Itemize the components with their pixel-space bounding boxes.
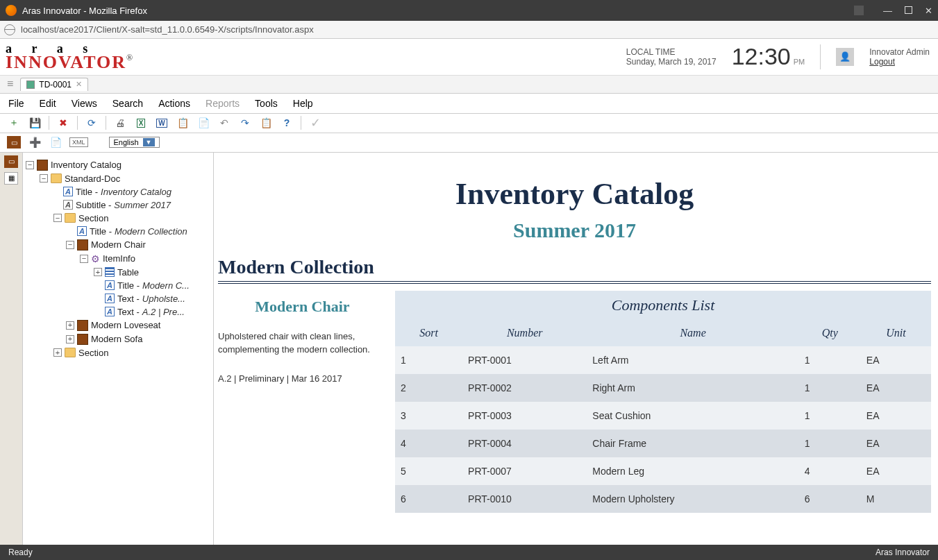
- cell-sort: 5: [395, 457, 462, 485]
- expand-icon[interactable]: −: [40, 174, 48, 183]
- avatar-icon: 👤: [836, 48, 854, 66]
- menu-search[interactable]: Search: [112, 98, 143, 109]
- expand-icon[interactable]: +: [53, 348, 62, 357]
- table-row: 3PRT-0003Seat Cushion1EA: [395, 402, 931, 430]
- menu-edit[interactable]: Edit: [40, 98, 56, 109]
- tree-table[interactable]: Table: [117, 267, 139, 278]
- window-title: Aras Innovator - Mozilla Firefox: [22, 6, 854, 16]
- expand-icon[interactable]: +: [66, 335, 74, 343]
- menu-help[interactable]: Help: [293, 98, 313, 109]
- left-gutter: ▭ ▦: [0, 153, 23, 545]
- tab-td-0001[interactable]: TD-0001 ✕: [20, 78, 88, 91]
- expand-icon[interactable]: −: [80, 255, 88, 263]
- text-icon: A: [63, 200, 73, 210]
- cell-sort: 2: [395, 374, 462, 402]
- clock: 12:30 PM: [732, 43, 805, 70]
- gutter-view-button[interactable]: ▭: [4, 155, 18, 168]
- expand-icon[interactable]: −: [53, 214, 62, 222]
- minimize-button[interactable]: —: [883, 6, 892, 16]
- globe-icon: [4, 24, 15, 35]
- tree-subtitle-label[interactable]: Subtitle -: [76, 200, 111, 210]
- text-icon: A: [77, 226, 87, 236]
- menu-file[interactable]: File: [8, 98, 24, 109]
- clock-ampm: PM: [794, 58, 805, 66]
- table-row: 5PRT-0007Modern Leg4EA: [395, 457, 931, 485]
- menu-actions[interactable]: Actions: [158, 98, 190, 109]
- print-button[interactable]: 🖨: [113, 116, 127, 130]
- item-description: Upholstered chair with clean lines, comp…: [218, 330, 387, 357]
- status-bar: Ready Aras Innovator: [0, 545, 938, 560]
- add-item-button[interactable]: ➕: [28, 135, 42, 149]
- delete-button[interactable]: ✖: [56, 116, 70, 130]
- redo-button[interactable]: ↷: [238, 116, 252, 130]
- tree-modern-loveseat[interactable]: Modern Loveseat: [91, 320, 160, 330]
- col-number: Number: [462, 320, 587, 346]
- table-row: 6PRT-0010Modern Upholstery6M: [395, 485, 931, 513]
- new-button[interactable]: ＋: [7, 116, 21, 130]
- local-time-block: LOCAL TIME Sunday, March 19, 2017: [626, 47, 717, 67]
- status-right: Aras Innovator: [876, 548, 930, 557]
- expand-icon[interactable]: −: [26, 161, 34, 169]
- refresh-button[interactable]: ⟳: [85, 116, 99, 130]
- cell-unit: EA: [861, 374, 931, 402]
- gutter-tree-button[interactable]: ▦: [4, 172, 18, 185]
- help-button[interactable]: ?: [280, 116, 294, 130]
- user-name: Innovator Admin: [869, 47, 930, 57]
- table-title: Components List: [395, 291, 931, 320]
- done-button[interactable]: ✓: [308, 116, 322, 130]
- cell-number: PRT-0007: [462, 457, 587, 485]
- local-time-label: LOCAL TIME: [626, 47, 717, 57]
- export-excel-button[interactable]: X: [134, 116, 148, 130]
- tree-s1title-label[interactable]: Title -: [90, 226, 112, 237]
- tree-standard-doc[interactable]: Standard-Doc: [65, 173, 120, 184]
- tree-section2[interactable]: Section: [78, 348, 108, 358]
- restore-indicator-icon: [854, 6, 864, 15]
- tabs-menu-button[interactable]: ≡: [4, 78, 16, 90]
- promote-button[interactable]: 📋: [176, 116, 190, 130]
- xml-button[interactable]: XML: [69, 137, 88, 147]
- expand-icon[interactable]: −: [66, 241, 74, 249]
- page-button[interactable]: 📄: [49, 135, 62, 149]
- language-select[interactable]: English ▼: [109, 137, 160, 148]
- copy-button[interactable]: 📄: [196, 116, 210, 130]
- undo-button[interactable]: ↶: [217, 116, 231, 130]
- tree-title-label[interactable]: Title -: [76, 187, 98, 197]
- tree-modern-chair[interactable]: Modern Chair: [91, 239, 146, 250]
- item-icon: [77, 334, 88, 345]
- cell-name: Modern Upholstery: [587, 485, 799, 513]
- lock-button[interactable]: 📋: [259, 116, 273, 130]
- local-time-date: Sunday, March 19, 2017: [626, 57, 717, 67]
- tree-iteminfo[interactable]: ItemInfo: [103, 253, 135, 264]
- cell-qty: 4: [799, 457, 861, 485]
- dropdown-icon: ▼: [143, 138, 155, 146]
- url-input[interactable]: [21, 24, 437, 35]
- col-qty: Qty: [799, 320, 861, 346]
- cell-sort: 1: [395, 346, 462, 374]
- expand-icon[interactable]: +: [94, 268, 102, 276]
- logout-link[interactable]: Logout: [869, 57, 895, 67]
- close-tab-icon[interactable]: ✕: [76, 80, 82, 89]
- expand-icon[interactable]: +: [66, 321, 74, 330]
- cell-qty: 1: [799, 346, 861, 374]
- menu-views[interactable]: Views: [72, 98, 97, 109]
- menu-reports[interactable]: Reports: [206, 98, 240, 109]
- cell-name: Modern Leg: [587, 457, 799, 485]
- tree-modern-sofa[interactable]: Modern Sofa: [91, 334, 142, 344]
- close-button[interactable]: ✕: [925, 6, 932, 16]
- tree-section[interactable]: Section: [78, 213, 108, 223]
- cell-unit: EA: [861, 346, 931, 374]
- maximize-button[interactable]: [905, 6, 912, 16]
- menu-tools[interactable]: Tools: [255, 98, 278, 109]
- export-word-button[interactable]: W: [155, 116, 169, 130]
- save-button[interactable]: 💾: [28, 116, 42, 130]
- catalog-icon: [37, 160, 48, 171]
- tree-root[interactable]: Inventory Catalog: [51, 160, 122, 170]
- cell-number: PRT-0001: [462, 346, 587, 374]
- text-icon: A: [105, 307, 115, 316]
- gear-icon: ⚙: [91, 253, 100, 264]
- item-name: Modern Chair: [218, 298, 387, 316]
- cell-unit: EA: [861, 402, 931, 430]
- item-icon: [77, 239, 88, 251]
- view-form-button[interactable]: ▭: [7, 136, 21, 149]
- window-titlebar: Aras Innovator - Mozilla Firefox — ✕: [0, 0, 938, 21]
